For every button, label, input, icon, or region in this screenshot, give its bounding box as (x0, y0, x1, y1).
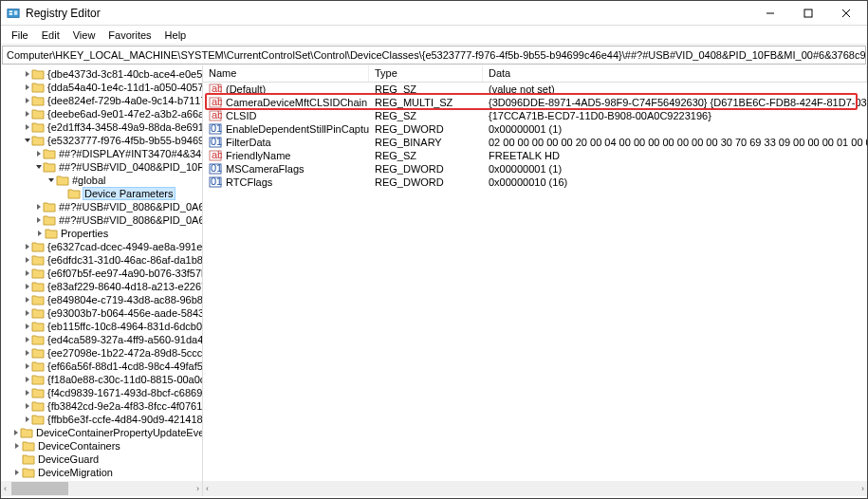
tree-item[interactable]: #global (1, 174, 202, 187)
svg-rect-3 (14, 10, 18, 14)
expand-twisty-icon[interactable] (24, 96, 31, 105)
expand-twisty-icon[interactable] (24, 282, 31, 291)
expand-twisty-icon[interactable] (35, 202, 43, 212)
tree-item[interactable]: {e93003b7-b064-456e-aade-5843344 (1, 306, 202, 320)
expand-twisty-icon[interactable] (24, 322, 31, 331)
tree-item[interactable]: {dbe4373d-3c81-40cb-ace4-e0e5d05f (1, 67, 202, 81)
list-row[interactable]: abCameraDeviceMftCLSIDChainREG_MULTI_SZ{… (203, 96, 867, 109)
expand-twisty-icon[interactable] (24, 388, 31, 397)
list-row[interactable]: abCLSIDREG_SZ{17CCA71B-ECD7-11D0-B908-00… (203, 109, 867, 122)
tree-item[interactable]: {ffbb6e3f-ccfe-4d84-90d9-421418b03 (1, 413, 202, 426)
expand-twisty-icon[interactable] (24, 375, 31, 384)
folder-icon (56, 175, 69, 186)
list-row[interactable]: 011RTCFlagsREG_DWORD0x00000010 (16) (203, 176, 867, 189)
expand-twisty-icon[interactable] (24, 136, 31, 145)
expand-twisty-icon[interactable] (24, 335, 31, 344)
tree-item[interactable]: {dee824ef-729b-4a0e-9c14-b7117d33 (1, 94, 202, 107)
tree-item[interactable]: {e6327cad-dcec-4949-ae8a-991e976 (1, 240, 202, 253)
expand-twisty-icon[interactable] (24, 255, 31, 265)
tree-item[interactable]: DeviceOverrides (1, 479, 202, 481)
minimize-button[interactable] (751, 1, 789, 26)
tree-item[interactable]: {ed4ca589-327a-4ff9-a560-91da4b48 (1, 333, 202, 346)
tree-item-label: ##?#USB#VID_8086&PID_0A66& (59, 201, 203, 213)
tree-item[interactable]: {e5323777-f976-4f5b-9b55-b94699c4 (1, 134, 202, 147)
expand-twisty-icon[interactable] (12, 428, 20, 437)
folder-icon (31, 121, 45, 133)
tree-item-label: {ef66a56f-88d1-4cd8-98c4-49faf57ad (47, 360, 203, 372)
expand-twisty-icon[interactable] (24, 268, 31, 278)
tree-item[interactable]: Device Parameters (1, 187, 202, 200)
expand-twisty-icon[interactable] (35, 162, 43, 172)
expand-twisty-icon[interactable] (24, 415, 31, 424)
value-name: CLSID (226, 110, 256, 121)
header-data[interactable]: Data (483, 65, 867, 82)
close-button[interactable] (827, 1, 865, 26)
tree-item[interactable]: {e849804e-c719-43d8-ac88-96b894c (1, 293, 202, 306)
header-type[interactable]: Type (369, 65, 483, 82)
list-row[interactable]: 011MSCameraFlagsREG_DWORD0x00000001 (1) (203, 162, 867, 176)
menu-item[interactable]: File (5, 28, 35, 43)
list-row[interactable]: ab(Default)REG_SZ(value not set) (203, 83, 867, 96)
tree-item[interactable]: {e2d1ff34-3458-49a9-88da-8e6915c4 (1, 120, 202, 134)
expand-twisty-icon[interactable] (35, 215, 43, 225)
folder-icon (22, 467, 35, 478)
tree-item[interactable]: ##?#USB#VID_0408&PID_10FB& (1, 160, 202, 174)
tree-item[interactable]: Properties (1, 227, 202, 240)
header-name[interactable]: Name (203, 65, 369, 82)
tree-item[interactable]: DeviceGuard (1, 453, 202, 466)
expand-twisty-icon[interactable] (46, 176, 56, 185)
tree-item[interactable]: {e6f07b5f-ee97-4a90-b076-33f57bf4e (1, 267, 202, 280)
list-row[interactable]: 011FilterDataREG_BINARY02 00 00 00 00 00… (203, 136, 867, 149)
expand-twisty-icon[interactable] (24, 69, 31, 79)
tree-pane[interactable]: {dbe4373d-3c81-40cb-ace4-e0e5d05f{dda54a… (1, 65, 203, 481)
list-row[interactable]: abFriendlyNameREG_SZFREETALK HD (203, 149, 867, 162)
values-list-pane[interactable]: Name Type Data ab(Default)REG_SZ(value n… (203, 65, 867, 481)
list-h-scrollbar[interactable]: ‹ › (203, 481, 867, 496)
expand-twisty-icon[interactable] (24, 308, 31, 318)
menu-item[interactable]: Favorites (102, 28, 157, 43)
expand-twisty-icon[interactable] (24, 401, 31, 411)
tree-item[interactable]: ##?#USB#VID_8086&PID_0A66& (1, 213, 202, 227)
menu-item[interactable]: View (66, 28, 102, 43)
expand-twisty-icon[interactable] (58, 189, 67, 198)
tree-item[interactable]: DeviceContainers (1, 439, 202, 453)
tree-item[interactable]: {ef66a56f-88d1-4cd8-98c4-49faf57ad (1, 360, 202, 373)
expand-twisty-icon[interactable] (12, 441, 22, 451)
tree-item[interactable]: {fb3842cd-9e2a-4f83-8fcc-4f0761139 (1, 399, 202, 413)
tree-item[interactable]: {deebe6ad-9e01-47e2-a3b2-a66aa2c0 (1, 107, 202, 120)
tree-item[interactable]: {e83af229-8640-4d18-a213-e22675e (1, 280, 202, 293)
value-data: (value not set) (483, 83, 867, 95)
folder-icon (31, 135, 45, 146)
expand-twisty-icon[interactable] (24, 242, 31, 251)
tree-item-label: DeviceContainers (38, 440, 120, 452)
svg-text:ab: ab (212, 83, 222, 94)
tree-item[interactable]: {eb115ffc-10c8-4964-831d-6dcb02e6 (1, 320, 202, 333)
tree-h-scrollbar[interactable]: ‹ › (1, 481, 203, 496)
expand-twisty-icon[interactable] (35, 149, 43, 158)
tree-item[interactable]: {ee27098e-1b22-472a-89d8-5ccce168 (1, 346, 202, 360)
expand-twisty-icon[interactable] (24, 295, 31, 305)
expand-twisty-icon[interactable] (24, 348, 31, 358)
maximize-button[interactable] (789, 1, 827, 26)
expand-twisty-icon[interactable] (24, 361, 31, 371)
tree-item[interactable]: {dda54a40-1e4c-11d1-a050-405705c1 (1, 81, 202, 94)
expand-twisty-icon[interactable] (24, 122, 31, 132)
list-row[interactable]: 011EnableDependentStillPinCaptureREG_DWO… (203, 122, 867, 136)
tree-item[interactable]: {e6dfdc31-31d0-46ac-86af-da1b8e5 (1, 253, 202, 267)
folder-icon (31, 281, 45, 292)
tree-item[interactable]: {f18a0e88-c30c-11d0-8815-00a0c906 (1, 373, 202, 386)
address-bar[interactable]: Computer\HKEY_LOCAL_MACHINE\SYSTEM\Curre… (2, 46, 866, 65)
svg-text:011: 011 (211, 176, 222, 187)
menu-item[interactable]: Edit (35, 28, 66, 43)
expand-twisty-icon[interactable] (24, 83, 31, 92)
expand-twisty-icon[interactable] (12, 468, 22, 477)
tree-item[interactable]: {f4cd9839-1671-493d-8bcf-c68693ca (1, 386, 202, 399)
expand-twisty-icon[interactable] (24, 109, 31, 119)
expand-twisty-icon[interactable] (12, 454, 22, 464)
tree-item[interactable]: DeviceMigration (1, 466, 202, 479)
tree-item[interactable]: DeviceContainerPropertyUpdateEvents (1, 426, 202, 439)
menu-item[interactable]: Help (158, 28, 194, 43)
tree-item[interactable]: ##?#USB#VID_8086&PID_0A66& (1, 200, 202, 213)
expand-twisty-icon[interactable] (35, 229, 45, 238)
tree-item[interactable]: ##?#DISPLAY#INT3470#4&3499f (1, 147, 202, 160)
